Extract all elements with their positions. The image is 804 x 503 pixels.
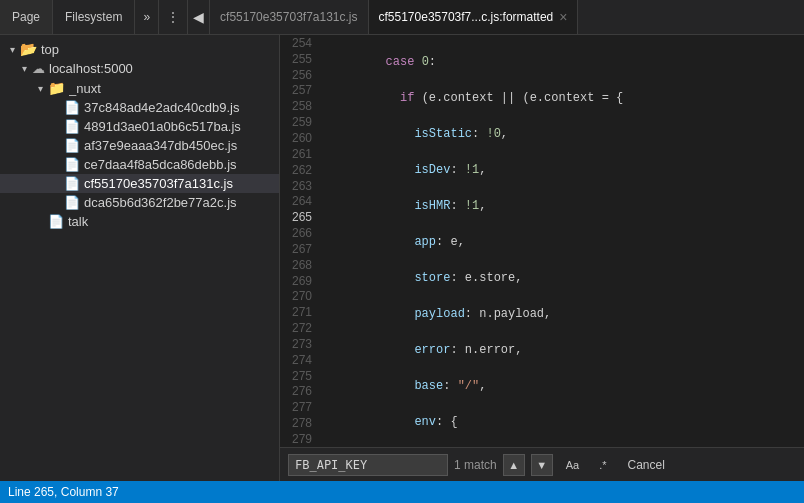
code-line-256: isStatic: !0, xyxy=(328,125,804,143)
editor-tab-2-label: cf55170e35703f7...c.js:formatted xyxy=(379,10,554,24)
arrow-top xyxy=(4,44,20,55)
tree-item-file2-label: 4891d3ae01a0b6c517ba.js xyxy=(84,119,279,134)
tree-item-file3-label: af37e9eaaa347db450ec.js xyxy=(84,138,279,153)
tree-item-nuxt[interactable]: 📁 _nuxt xyxy=(0,78,279,98)
top-bar: Page Filesystem » ⋮ ◀ cf55170e35703f7a13… xyxy=(0,0,804,35)
find-regex-button[interactable]: .* xyxy=(592,454,613,476)
tab-page-label: Page xyxy=(12,10,40,24)
panel-tab-menu[interactable]: ⋮ xyxy=(158,0,187,34)
tree-item-top-label: top xyxy=(41,42,279,57)
sidebar: 📂 top ☁ localhost:5000 📁 _nuxt xyxy=(0,35,280,481)
tree-item-file1[interactable]: 📄 37c848ad4e2adc40cdb9.js xyxy=(0,98,279,117)
file-generic-icon-talk: 📄 xyxy=(48,214,64,229)
find-match-count: 1 match xyxy=(454,458,497,472)
tree-item-file6[interactable]: 📄 dca65b6d362f2be77a2c.js xyxy=(0,193,279,212)
cloud-icon: ☁ xyxy=(32,61,45,76)
tab-filesystem-label: Filesystem xyxy=(65,10,122,24)
find-cancel-label: Cancel xyxy=(628,458,665,472)
find-case-sensitive-button[interactable]: Aa xyxy=(559,454,586,476)
tree-item-file1-label: 37c848ad4e2adc40cdb9.js xyxy=(84,100,279,115)
tree-item-localhost-label: localhost:5000 xyxy=(49,61,279,76)
file-tree: 📂 top ☁ localhost:5000 📁 _nuxt xyxy=(0,35,279,481)
editor-tabs: ◀ cf55170e35703f7a131c.js cf55170e35703f… xyxy=(188,0,804,34)
find-input[interactable] xyxy=(288,454,448,476)
file-js-icon-3: 📄 xyxy=(64,138,80,153)
file-js-icon-2: 📄 xyxy=(64,119,80,134)
file-js-icon-6: 📄 xyxy=(64,195,80,210)
code-line-264: env: { xyxy=(328,413,804,431)
find-next-button[interactable]: ▼ xyxy=(531,454,553,476)
status-left: Line 265, Column 37 xyxy=(8,485,119,499)
arrow-localhost xyxy=(16,63,32,74)
find-case-sensitive-label: Aa xyxy=(566,459,579,471)
editor-tab-2-close[interactable]: × xyxy=(559,9,567,25)
file-js-icon-4: 📄 xyxy=(64,157,80,172)
panel-tab-menu-label: ⋮ xyxy=(167,10,179,24)
tree-item-file5[interactable]: 📄 cf55170e35703f7a131c.js xyxy=(0,174,279,193)
tree-item-file6-label: dca65b6d362f2be77a2c.js xyxy=(84,195,279,210)
app-container: Page Filesystem » ⋮ ◀ cf55170e35703f7a13… xyxy=(0,0,804,503)
code-line-254: case 0: xyxy=(328,53,804,71)
main-area: 📂 top ☁ localhost:5000 📁 _nuxt xyxy=(0,35,804,481)
code-line-262: error: n.error, xyxy=(328,341,804,359)
file-js-icon-5: 📄 xyxy=(64,176,80,191)
panel-tabs: Page Filesystem » ⋮ xyxy=(0,0,188,34)
panel-tab-more-label: » xyxy=(143,10,150,24)
tab-filesystem[interactable]: Filesystem xyxy=(53,0,135,34)
arrow-nuxt xyxy=(32,83,48,94)
code-line-263: base: "/", xyxy=(328,377,804,395)
code-line-260: store: e.store, xyxy=(328,269,804,287)
status-bar: Line 265, Column 37 xyxy=(0,481,804,503)
editor-tab-1[interactable]: cf55170e35703f7a131c.js xyxy=(210,0,368,34)
back-button[interactable]: ◀ xyxy=(188,0,210,34)
tree-item-talk-label: talk xyxy=(68,214,279,229)
tree-item-file2[interactable]: 📄 4891d3ae01a0b6c517ba.js xyxy=(0,117,279,136)
code-container[interactable]: 254 255 256 257 258 259 260 261 262 263 … xyxy=(280,35,804,447)
tree-item-file4[interactable]: 📄 ce7daa4f8a5dca86debb.js xyxy=(0,155,279,174)
code-line-261: payload: n.payload, xyxy=(328,305,804,323)
tree-item-file4-label: ce7daa4f8a5dca86debb.js xyxy=(84,157,279,172)
tree-item-file5-label: cf55170e35703f7a131c.js xyxy=(84,176,279,191)
tree-item-talk[interactable]: 📄 talk xyxy=(0,212,279,231)
status-position[interactable]: Line 265, Column 37 xyxy=(8,485,119,499)
find-regex-label: .* xyxy=(599,459,606,471)
code-line-257: isDev: !1, xyxy=(328,161,804,179)
panel-tab-more[interactable]: » xyxy=(135,0,158,34)
find-cancel-button[interactable]: Cancel xyxy=(620,456,673,474)
line-numbers: 254 255 256 257 258 259 260 261 262 263 … xyxy=(280,35,320,447)
code-lines: case 0: if (e.context || (e.context = { … xyxy=(320,35,804,447)
find-prev-button[interactable]: ▲ xyxy=(503,454,525,476)
find-bar: 1 match ▲ ▼ Aa .* Cancel xyxy=(280,447,804,481)
tree-item-file3[interactable]: 📄 af37e9eaaa347db450ec.js xyxy=(0,136,279,155)
code-line-255: if (e.context || (e.context = { xyxy=(328,89,804,107)
tab-page[interactable]: Page xyxy=(0,0,53,34)
code-line-258: isHMR: !1, xyxy=(328,197,804,215)
file-js-icon-1: 📄 xyxy=(64,100,80,115)
code-line-259: app: e, xyxy=(328,233,804,251)
tree-item-top[interactable]: 📂 top xyxy=(0,39,279,59)
editor-tab-2[interactable]: cf55170e35703f7...c.js:formatted × xyxy=(369,0,579,34)
tree-item-nuxt-label: _nuxt xyxy=(69,81,279,96)
editor-area: 254 255 256 257 258 259 260 261 262 263 … xyxy=(280,35,804,481)
tree-item-localhost[interactable]: ☁ localhost:5000 xyxy=(0,59,279,78)
folder-nuxt-icon: 📁 xyxy=(48,80,65,96)
folder-top-icon: 📂 xyxy=(20,41,37,57)
editor-tab-1-label: cf55170e35703f7a131c.js xyxy=(220,10,357,24)
